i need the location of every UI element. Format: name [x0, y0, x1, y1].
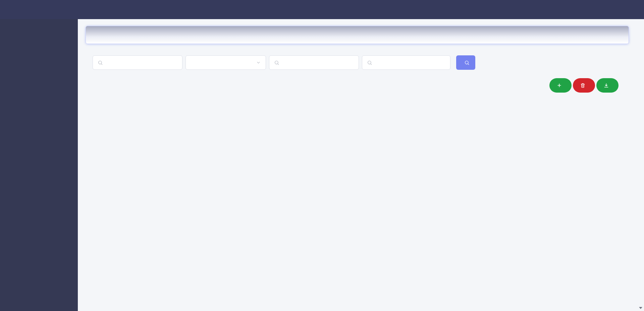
customer-name-input[interactable] — [279, 56, 359, 69]
export-button[interactable] — [596, 78, 619, 93]
scrollbar-down-arrow[interactable] — [639, 307, 642, 309]
comm-title-input-wrap — [93, 55, 182, 70]
search-icon — [367, 60, 372, 65]
search-icon — [274, 60, 279, 65]
comm-title-input[interactable] — [103, 56, 182, 69]
customer-name-input-wrap — [269, 55, 359, 70]
employee-name-input[interactable] — [372, 56, 450, 69]
delete-button[interactable] — [573, 78, 595, 93]
plus-icon — [556, 83, 562, 88]
main-content — [78, 19, 644, 311]
top-header — [0, 0, 644, 19]
search-button[interactable] — [456, 55, 475, 70]
search-icon — [464, 60, 470, 65]
filter-bar — [93, 55, 629, 70]
trash-icon — [580, 83, 586, 88]
search-icon — [98, 60, 103, 65]
download-icon — [603, 83, 609, 88]
employee-name-input-wrap — [362, 55, 450, 70]
comm-type-select[interactable] — [185, 55, 266, 70]
sidebar — [0, 19, 78, 311]
breadcrumb — [86, 26, 629, 44]
chevron-down-icon — [256, 60, 261, 65]
add-button[interactable] — [549, 78, 572, 93]
toolbar — [86, 78, 629, 93]
